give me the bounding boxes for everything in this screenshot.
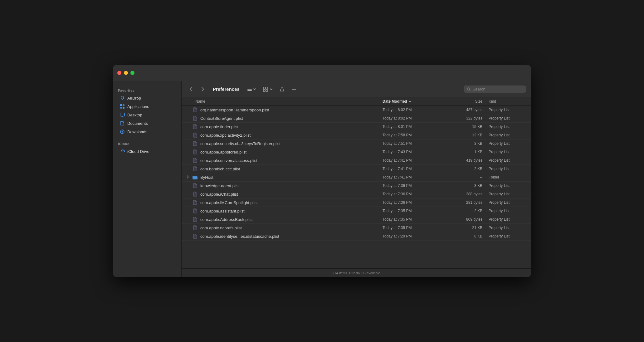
search-input[interactable] xyxy=(473,87,523,91)
file-kind: Property List xyxy=(482,167,526,171)
file-date: Today at 7:41 PM xyxy=(383,175,445,179)
file-row[interactable]: com.apple.identityse...es.idstatuscache.… xyxy=(182,232,531,241)
file-row[interactable]: com.apple.appstored.plistToday at 7:43 P… xyxy=(182,148,531,156)
file-size: 8 KB xyxy=(445,234,482,238)
svg-rect-12 xyxy=(263,90,265,91)
file-name: com.apple.security.cl...3.keysToRegister… xyxy=(200,141,383,146)
plist-icon xyxy=(192,183,198,188)
expand-chevron-icon[interactable] xyxy=(187,175,191,179)
file-size: 322 bytes xyxy=(445,116,482,120)
file-kind: Property List xyxy=(482,133,526,137)
svg-rect-4 xyxy=(123,107,124,109)
file-kind: Property List xyxy=(482,183,526,188)
size-column-header[interactable]: Size xyxy=(445,99,482,104)
file-date: Today at 7:58 PM xyxy=(383,133,445,137)
sidebar-item-documents[interactable]: Documents xyxy=(115,119,179,127)
file-row[interactable]: com.apple.finder.plistToday at 8:01 PM15… xyxy=(182,123,531,131)
file-row[interactable]: com.apple.xpc.activity2.plistToday at 7:… xyxy=(182,131,531,139)
forward-button[interactable] xyxy=(198,85,207,94)
file-name: ContextStoreAgent.plist xyxy=(200,116,383,121)
file-size: 15 KB xyxy=(445,125,482,129)
file-size: 1 KB xyxy=(445,150,482,154)
more-button[interactable] xyxy=(290,86,298,93)
file-size: -- xyxy=(445,175,482,179)
file-row[interactable]: com.bombich.ccc.plistToday at 7:41 PM2 K… xyxy=(182,165,531,173)
file-date: Today at 7:41 PM xyxy=(383,167,445,171)
plist-icon xyxy=(192,115,198,121)
file-kind: Property List xyxy=(482,150,526,154)
file-row[interactable]: com.apple.AddressBook.plistToday at 7:35… xyxy=(182,215,531,224)
search-box[interactable] xyxy=(464,86,526,93)
file-kind: Property List xyxy=(482,209,526,213)
kind-column-header[interactable]: Kind xyxy=(482,99,526,104)
file-kind: Property List xyxy=(482,141,526,146)
sidebar-item-desktop[interactable]: Desktop xyxy=(115,111,179,119)
svg-rect-9 xyxy=(247,90,252,91)
file-size: 12 KB xyxy=(445,133,482,137)
file-date: Today at 8:02 PM xyxy=(383,116,445,120)
share-button[interactable] xyxy=(278,86,286,93)
sidebar-item-applications[interactable]: Applications xyxy=(115,102,179,110)
file-row[interactable]: com.apple.security.cl...3.keysToRegister… xyxy=(182,139,531,148)
file-date: Today at 7:35 PM xyxy=(383,209,445,213)
maximize-button[interactable] xyxy=(130,71,134,75)
file-kind: Property List xyxy=(482,234,526,238)
favorites-label: Favorites xyxy=(113,86,181,94)
folder-icon xyxy=(192,174,198,180)
file-name: com.apple.AddressBook.plist xyxy=(200,217,383,222)
file-size: 2 KB xyxy=(445,167,482,171)
file-row[interactable]: org.hammerspoon.Hammerspoon.plistToday a… xyxy=(182,106,531,114)
file-row[interactable]: com.apple.IMCoreSpotlight.plistToday at … xyxy=(182,198,531,207)
back-button[interactable] xyxy=(187,85,195,94)
file-date: Today at 7:36 PM xyxy=(383,183,445,188)
grid-view-button[interactable] xyxy=(261,86,275,93)
file-row[interactable]: com.apple.universalaccess.plistToday at … xyxy=(182,156,531,165)
file-date: Today at 7:41 PM xyxy=(383,158,445,163)
file-kind: Property List xyxy=(482,192,526,196)
file-name: com.apple.identityse...es.idstatuscache.… xyxy=(200,234,383,239)
file-name: com.apple.iChat.plist xyxy=(200,192,383,197)
search-icon xyxy=(467,87,471,91)
file-name: com.apple.universalaccess.plist xyxy=(200,158,383,163)
file-date: Today at 8:01 PM xyxy=(383,125,445,129)
file-name: com.apple.finder.plist xyxy=(200,125,383,129)
file-size: 281 bytes xyxy=(445,200,482,205)
desktop-label: Desktop xyxy=(127,113,142,117)
file-date: Today at 7:36 PM xyxy=(383,192,445,196)
file-row[interactable]: knowledge-agent.plistToday at 7:36 PM3 K… xyxy=(182,182,531,190)
icloud-drive-label: iCloud Drive xyxy=(127,149,149,154)
file-row[interactable]: com.apple.assistant.plistToday at 7:35 P… xyxy=(182,207,531,215)
file-row[interactable]: com.apple.ncprefs.plistToday at 7:35 PM2… xyxy=(182,224,531,232)
svg-rect-11 xyxy=(266,87,268,89)
view-options-button[interactable] xyxy=(245,86,258,93)
svg-rect-13 xyxy=(266,90,268,91)
sidebar-item-icloud-drive[interactable]: iCloud Drive xyxy=(115,147,179,155)
close-button[interactable] xyxy=(117,71,121,75)
file-size: 3 KB xyxy=(445,183,482,188)
plist-icon xyxy=(192,149,198,155)
file-date: Today at 7:35 PM xyxy=(383,217,445,222)
file-kind: Property List xyxy=(482,116,526,120)
file-row[interactable]: ContextStoreAgent.plistToday at 8:02 PM3… xyxy=(182,114,531,123)
file-date: Today at 7:35 PM xyxy=(383,226,445,230)
file-kind: Property List xyxy=(482,108,526,112)
svg-rect-1 xyxy=(120,104,122,106)
svg-rect-2 xyxy=(123,104,124,106)
file-row[interactable]: com.apple.iChat.plistToday at 7:36 PM288… xyxy=(182,190,531,198)
file-kind: Property List xyxy=(482,226,526,230)
applications-icon xyxy=(120,104,125,109)
sidebar-item-airdrop[interactable]: AirDrop xyxy=(115,94,179,102)
file-size: 21 KB xyxy=(445,226,482,230)
file-name: com.apple.assistant.plist xyxy=(200,209,383,213)
file-size: 288 bytes xyxy=(445,192,482,196)
file-name: knowledge-agent.plist xyxy=(200,183,383,188)
date-column-header[interactable]: Date Modified xyxy=(383,99,445,104)
toolbar: Preferences xyxy=(182,81,531,97)
name-column-header[interactable]: Name xyxy=(187,99,383,104)
file-row[interactable]: ByHostToday at 7:41 PM--Folder xyxy=(182,173,531,182)
file-kind: Folder xyxy=(482,175,526,179)
file-date: Today at 8:02 PM xyxy=(383,108,445,112)
minimize-button[interactable] xyxy=(124,71,128,75)
titlebar xyxy=(113,65,531,81)
sidebar-item-downloads[interactable]: Downloads xyxy=(115,128,179,136)
